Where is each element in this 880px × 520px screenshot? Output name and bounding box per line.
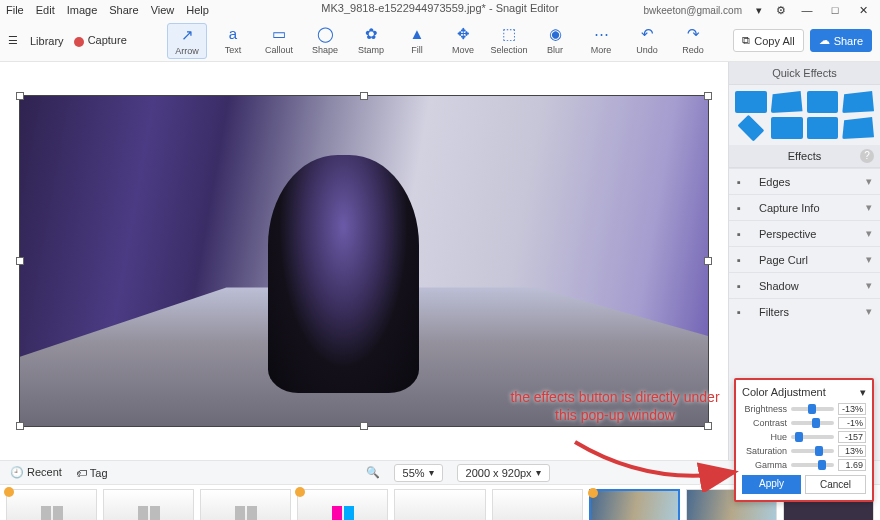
minimize-button[interactable]: — — [800, 4, 814, 16]
effect-icon: ▪ — [737, 228, 753, 240]
saturation-value[interactable]: 13% — [838, 445, 866, 457]
brightness-value[interactable]: -13% — [838, 403, 866, 415]
effect-page-curl[interactable]: ▪Page Curl▾ — [729, 246, 880, 272]
saturation-slider[interactable] — [791, 449, 834, 453]
thumbnail[interactable]: jpg — [200, 489, 291, 520]
slider-label: Hue — [742, 432, 787, 442]
resize-handle[interactable] — [360, 422, 368, 430]
apply-button[interactable]: Apply — [742, 475, 801, 494]
hamburger-icon[interactable]: ☰ — [8, 34, 20, 47]
cancel-button[interactable]: Cancel — [805, 475, 866, 494]
effects-header[interactable]: Effects? — [729, 145, 880, 168]
resize-handle[interactable] — [704, 257, 712, 265]
brightness-slider[interactable] — [791, 407, 834, 411]
menu-view[interactable]: View — [151, 4, 175, 16]
tool-fill[interactable]: ▲Fill — [397, 23, 437, 59]
tool-more[interactable]: ⋯More — [581, 23, 621, 59]
tag-tab[interactable]: 🏷 Tag — [76, 467, 108, 479]
hue-value[interactable]: -157 — [838, 431, 866, 443]
selection-icon: ⬚ — [502, 25, 516, 43]
cloud-icon: ☁ — [819, 34, 830, 47]
tool-text[interactable]: aText — [213, 23, 253, 59]
chevron-down-icon: ▾ — [866, 253, 872, 266]
quick-effects-header[interactable]: Quick Effects — [729, 62, 880, 85]
effect-shadow[interactable]: ▪Shadow▾ — [729, 272, 880, 298]
contrast-slider[interactable] — [791, 421, 834, 425]
quick-effect-swatch[interactable] — [771, 117, 803, 139]
account-email[interactable]: bwkeeton@gmail.com — [643, 5, 742, 16]
quick-effect-swatch[interactable] — [842, 117, 874, 139]
zoom-out-button[interactable]: 🔍 — [366, 466, 380, 479]
maximize-button[interactable]: □ — [828, 4, 842, 16]
close-button[interactable]: ✕ — [856, 4, 870, 17]
thumbnail[interactable]: jpg — [492, 489, 583, 520]
resize-handle[interactable] — [704, 92, 712, 100]
effect-perspective[interactable]: ▪Perspective▾ — [729, 220, 880, 246]
dimensions-dropdown[interactable]: 2000 x 920px ▾ — [457, 464, 550, 482]
gamma-slider[interactable] — [791, 463, 834, 467]
arrow-icon: ↗ — [181, 26, 194, 44]
thumbnail[interactable]: jpg — [589, 489, 680, 520]
tool-stamp[interactable]: ✿Stamp — [351, 23, 391, 59]
effect-icon: ▪ — [737, 176, 753, 188]
menu-file[interactable]: File — [6, 4, 24, 16]
more-icon: ⋯ — [594, 25, 609, 43]
quick-effect-swatch[interactable] — [738, 115, 765, 142]
library-tab[interactable]: Library — [30, 35, 64, 47]
resize-handle[interactable] — [16, 422, 24, 430]
chevron-down-icon: ▾ — [866, 201, 872, 214]
image-content[interactable] — [19, 95, 709, 427]
record-icon — [74, 37, 84, 47]
zoom-dropdown[interactable]: 55% ▾ — [394, 464, 443, 482]
menu-help[interactable]: Help — [186, 4, 209, 16]
resize-handle[interactable] — [16, 257, 24, 265]
tool-arrow[interactable]: ↗Arrow — [167, 23, 207, 59]
quick-effects-grid — [729, 85, 880, 145]
chevron-down-icon: ▾ — [866, 227, 872, 240]
thumbnail[interactable]: jpg — [103, 489, 194, 520]
menu-share[interactable]: Share — [109, 4, 138, 16]
recent-tab[interactable]: 🕘 Recent — [10, 466, 62, 479]
quick-effect-swatch[interactable] — [735, 91, 767, 113]
share-button[interactable]: ☁Share — [810, 29, 872, 52]
chevron-down-icon[interactable]: ▾ — [860, 386, 866, 399]
tool-redo[interactable]: ↷Redo — [673, 23, 713, 59]
effect-capture-info[interactable]: ▪Capture Info▾ — [729, 194, 880, 220]
stamp-icon: ✿ — [365, 25, 378, 43]
shape-icon: ◯ — [317, 25, 334, 43]
contrast-value[interactable]: -1% — [838, 417, 866, 429]
copy-all-button[interactable]: ⧉Copy All — [733, 29, 803, 52]
text-icon: a — [229, 25, 237, 43]
thumbnail[interactable]: jpg — [6, 489, 97, 520]
gear-icon[interactable]: ⚙ — [776, 4, 786, 17]
resize-handle[interactable] — [16, 92, 24, 100]
quick-effect-swatch[interactable] — [807, 91, 839, 113]
thumbnail[interactable]: jpg — [394, 489, 485, 520]
tool-blur[interactable]: ◉Blur — [535, 23, 575, 59]
tool-selection[interactable]: ⬚Selection — [489, 23, 529, 59]
thumbnail[interactable]: jpg — [297, 489, 388, 520]
slider-label: Gamma — [742, 460, 787, 470]
capture-tab[interactable]: Capture — [74, 34, 127, 46]
hue-slider[interactable] — [791, 435, 834, 439]
color-adjustment-popup: Color Adjustment▾ Brightness-13%Contrast… — [734, 378, 874, 502]
menu-edit[interactable]: Edit — [36, 4, 55, 16]
effect-icon: ▪ — [737, 254, 753, 266]
resize-handle[interactable] — [360, 92, 368, 100]
effect-edges[interactable]: ▪Edges▾ — [729, 168, 880, 194]
tool-undo[interactable]: ↶Undo — [627, 23, 667, 59]
quick-effect-swatch[interactable] — [807, 117, 839, 139]
tool-callout[interactable]: ▭Callout — [259, 23, 299, 59]
menu-image[interactable]: Image — [67, 4, 98, 16]
tool-move[interactable]: ✥Move — [443, 23, 483, 59]
tool-strip: ↗ArrowaText▭Callout◯Shape✿Stamp▲Fill✥Mov… — [167, 23, 713, 59]
toolbar: ☰ Library Capture ↗ArrowaText▭Callout◯Sh… — [0, 20, 880, 62]
help-icon[interactable]: ? — [860, 149, 874, 163]
tool-shape[interactable]: ◯Shape — [305, 23, 345, 59]
quick-effect-swatch[interactable] — [771, 91, 803, 113]
effect-filters[interactable]: ▪Filters▾ — [729, 298, 880, 324]
account-dropdown-icon[interactable]: ▾ — [756, 4, 762, 17]
gamma-value[interactable]: 1.69 — [838, 459, 866, 471]
quick-effect-swatch[interactable] — [842, 91, 874, 113]
blur-icon: ◉ — [549, 25, 562, 43]
